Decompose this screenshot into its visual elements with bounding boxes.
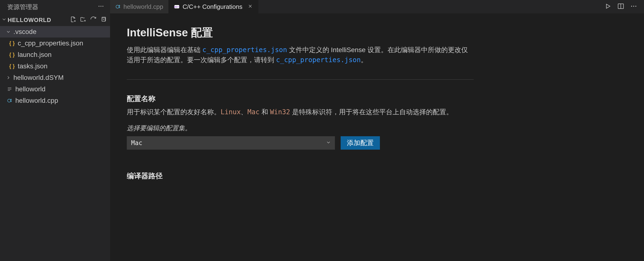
svg-point-25	[631, 6, 632, 7]
svg-point-1	[100, 6, 102, 7]
config-select[interactable]	[127, 136, 335, 150]
tree-item-label: .vscode	[14, 28, 36, 36]
svg-point-26	[633, 6, 634, 7]
collapse-all-icon[interactable]	[100, 16, 107, 24]
config-select-wrap	[127, 136, 335, 150]
explorer-sidebar: 资源管理器 HELLOWORLD	[0, 0, 110, 261]
tree-item-label: helloworld	[15, 85, 46, 93]
tab-ccpp-config[interactable]: C/C++ C/C++ Configurations	[169, 0, 258, 13]
project-header-actions	[70, 16, 107, 24]
config-page: IntelliSense 配置 使用此编辑器编辑在基础 c_cpp_proper…	[110, 13, 644, 261]
split-editor-icon[interactable]	[617, 3, 624, 11]
new-file-icon[interactable]	[70, 16, 76, 24]
svg-point-2	[102, 6, 103, 7]
tree-file-helloworld-bin[interactable]: helloworld	[0, 83, 110, 95]
link-ccpp-properties[interactable]: c_cpp_properties.json	[202, 46, 287, 54]
page-description: 使用此编辑器编辑在基础 c_cpp_properties.json 文件中定义的…	[127, 45, 474, 65]
svg-point-12	[8, 99, 11, 102]
svg-text:C/C++: C/C++	[174, 6, 180, 8]
explorer-more-icon[interactable]	[98, 3, 104, 11]
json-icon: { }	[8, 52, 15, 58]
tree-item-label: tasks.json	[18, 62, 48, 70]
svg-point-15	[116, 5, 119, 8]
code-mac: Mac	[247, 108, 260, 116]
config-select-row: 添加配置	[127, 136, 627, 150]
svg-point-27	[636, 6, 636, 7]
divider	[127, 79, 474, 80]
svg-point-0	[98, 6, 100, 7]
explorer-header: 资源管理器	[0, 0, 110, 14]
code-linux: Linux	[220, 108, 241, 116]
tab-label: helloworld.cpp	[124, 3, 163, 10]
tree-file-tasks[interactable]: { } tasks.json	[0, 60, 110, 72]
tree-file-launch[interactable]: { } launch.json	[0, 49, 110, 60]
cpp-icon: ++	[115, 4, 120, 9]
tab-helloworld-cpp[interactable]: ++ helloworld.cpp	[110, 0, 169, 13]
ccpp-config-icon: C/C++	[174, 4, 180, 9]
chevron-down-icon	[2, 17, 7, 23]
svg-text:+: +	[119, 6, 120, 8]
svg-text:+: +	[10, 100, 12, 103]
tree-folder-dsym[interactable]: helloworld.dSYM	[0, 72, 110, 83]
cpp-icon: ++	[6, 98, 13, 103]
tab-label: C/C++ Configurations	[182, 3, 242, 10]
close-icon[interactable]	[248, 3, 253, 10]
code-win32: Win32	[270, 108, 290, 116]
tree-item-label: launch.json	[18, 51, 52, 58]
page-title: IntelliSense 配置	[127, 25, 627, 40]
section-config-name-desc: 用于标识某个配置的友好名称。Linux、Mac 和 Win32 是特殊标识符，用…	[127, 107, 474, 117]
explorer-title: 资源管理器	[7, 3, 38, 11]
chevron-down-icon	[6, 29, 11, 34]
json-icon: { }	[8, 40, 15, 46]
svg-marker-22	[606, 4, 610, 8]
tree-file-helloworld-cpp[interactable]: ++ helloworld.cpp	[0, 95, 110, 106]
project-header[interactable]: HELLOWORLD	[0, 14, 110, 26]
tree-item-label: c_cpp_properties.json	[18, 39, 83, 47]
chevron-right-icon	[6, 75, 11, 80]
editor-main: ++ helloworld.cpp C/C++ C/C++ Configurat…	[110, 0, 644, 261]
section-config-name-title: 配置名称	[127, 94, 627, 104]
file-tree: .vscode { } c_cpp_properties.json { } la…	[0, 26, 110, 106]
tree-item-label: helloworld.cpp	[15, 97, 58, 104]
refresh-icon[interactable]	[90, 16, 97, 24]
tree-folder-vscode[interactable]: .vscode	[0, 26, 110, 37]
json-icon: { }	[8, 63, 15, 69]
section-compiler-path-title: 编译器路径	[127, 171, 627, 181]
text-file-icon	[6, 86, 13, 92]
tab-actions	[598, 0, 644, 13]
tabs-row: ++ helloworld.cpp C/C++ C/C++ Configurat…	[110, 0, 644, 13]
config-select-subtitle: 选择要编辑的配置集。	[127, 124, 627, 132]
run-icon[interactable]	[604, 3, 612, 11]
add-config-button[interactable]: 添加配置	[341, 136, 380, 150]
link-ccpp-properties[interactable]: c_cpp_properties.json	[276, 56, 361, 64]
more-icon[interactable]	[630, 3, 637, 11]
project-name: HELLOWORLD	[8, 17, 51, 23]
new-folder-icon[interactable]	[80, 16, 86, 24]
tree-item-label: helloworld.dSYM	[14, 74, 64, 81]
tree-file-ccpp-properties[interactable]: { } c_cpp_properties.json	[0, 37, 110, 49]
